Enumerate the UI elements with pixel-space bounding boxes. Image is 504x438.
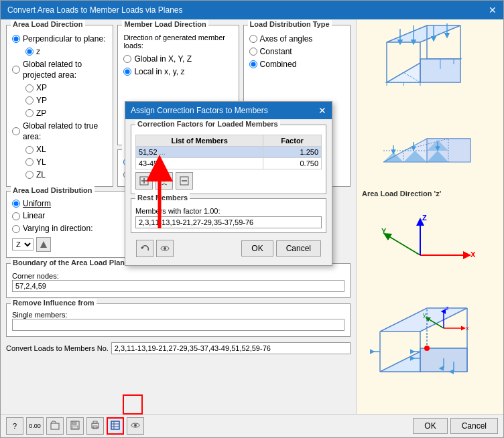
local-xyz-label: Local in x, y, z [134,66,184,78]
title-bar: Convert Area Loads to Member Loads via P… [1,1,503,19]
add-row-btn[interactable] [135,172,153,190]
number-format-btn[interactable]: 0.00 [26,417,44,435]
show-members-btn[interactable] [156,240,174,257]
correction-group: Correction Factors for Loaded Members Li… [131,125,326,194]
correction-dialog: Assign Correction Factors to Members ✕ C… [125,101,332,266]
zp-label: ZP [36,108,46,119]
varying-radio[interactable] [12,225,20,233]
dialog-ok-button[interactable]: OK [241,240,273,257]
linear-label: Linear [23,210,45,222]
area-load-direction-title: Area Load Direction [11,20,85,28]
area-load-direction-options: Perpendicular to plane: z Global related… [12,33,107,181]
print-icon [90,421,100,431]
single-members-input[interactable] [12,319,344,331]
xl-label: XL [36,144,46,155]
bottom-diagram: x y z [367,298,494,392]
z-direction-select[interactable]: Z X Y [12,238,34,250]
convert-loads-label: Convert Loads to Members No. [6,344,109,352]
help-btn[interactable]: ? [6,417,23,435]
direction-icon-btn[interactable] [36,237,51,252]
linear-radio[interactable] [12,212,20,220]
combined-label: Combined [260,59,297,70]
global-xyz-radio[interactable] [123,55,131,63]
area-load-direction-group: Area Load Direction Perpendicular to pla… [6,25,113,187]
perp-to-plane-radio[interactable] [12,35,20,43]
svg-text:X: X [470,250,476,259]
svg-rect-62 [72,426,78,429]
local-xyz-radio[interactable] [123,68,131,76]
combined-radio[interactable] [249,60,257,68]
rest-label: Members with factor 1.00: [135,207,322,215]
uniform-label: Uniform [23,198,51,210]
help-icon: ? [13,422,17,430]
z-radio-row: z [25,46,107,58]
global-proj-label: Global related to projected area: [23,59,107,82]
axes-of-angles-label: Axes of angles [260,33,313,45]
delete-row-btn[interactable] [176,172,193,190]
dialog-close-button[interactable]: ✕ [318,105,326,116]
global-true-radio[interactable] [12,127,20,135]
constant-radio[interactable] [249,48,257,56]
convert-loads-input[interactable] [111,342,351,354]
open-icon [50,421,60,431]
zp-radio[interactable] [25,109,34,117]
view-btn[interactable] [127,417,144,435]
main-cancel-button[interactable]: Cancel [450,418,498,434]
main-ok-button[interactable]: OK [413,418,447,434]
zp-row: ZP [25,108,107,119]
svg-rect-59 [51,423,59,429]
svg-rect-63 [92,423,99,428]
corner-nodes-label: Corner nodes: [12,272,344,280]
load-dist-options: Axes of angles Constant Combined [249,33,344,70]
table-icon [111,421,120,431]
xl-row: XL [25,144,107,155]
yp-label: YP [36,95,47,106]
correction-table: List of Members Factor 51,52 ... 1.250 4… [135,135,322,169]
col-factor-header: Factor [263,135,322,147]
constant-row: Constant [249,46,344,58]
rest-members-title: Rest Members [135,194,190,202]
svg-rect-32 [367,215,494,282]
convert-loads-row: Convert Loads to Members No. [6,342,351,354]
factor-cell: 0.750 [263,158,322,169]
undo-btn[interactable] [136,240,153,257]
print-btn[interactable] [86,417,104,435]
member-load-desc: Direction of generated member loads: [123,33,233,50]
zl-radio[interactable] [25,171,34,179]
boundary-group: Boundary of the Area Load Plane Corner n… [6,263,351,298]
table-btn[interactable] [107,417,124,435]
svg-text:Y: Y [381,227,387,235]
yp-radio[interactable] [25,96,34,104]
local-xyz-row: Local in x, y, z [123,66,233,78]
axis-diagram: X Y Z [367,202,494,295]
members-cell: 43-45 [136,158,263,169]
window-close-button[interactable]: ✕ [489,5,497,15]
corner-nodes-input[interactable] [12,280,344,292]
area-load-direction-label: Area Load Direction 'z' [359,188,501,199]
varying-label: Varying in direction: [23,223,93,234]
xl-radio[interactable] [25,146,34,154]
member-load-options: Global in X, Y, Z Local in x, y, z [123,54,233,78]
right-panel: Area Load Direction 'z' X Y Z [356,19,503,437]
dialog-cancel-button[interactable]: Cancel [276,240,321,257]
table-row[interactable]: 43-45 0.750 [136,158,322,169]
save-btn[interactable] [66,417,84,435]
uniform-radio[interactable] [12,200,20,208]
xp-radio[interactable] [25,84,34,92]
number-format-icon: 0.00 [29,423,41,429]
svg-text:z: z [446,305,449,311]
select-members-btn[interactable] [155,172,173,190]
global-true-label: Global related to true area: [23,121,107,143]
z-label: z [36,46,40,58]
perp-to-plane-label: Perpendicular to plane: [23,33,105,45]
svg-rect-66 [111,421,119,429]
yl-radio[interactable] [25,158,34,166]
open-btn[interactable] [46,417,64,435]
z-radio[interactable] [25,48,34,56]
middle-diagram [367,105,494,186]
axes-of-angles-radio[interactable] [249,35,257,43]
table-row[interactable]: 51,52 ... 1.250 [136,147,322,158]
rest-members-input[interactable] [135,216,322,228]
global-proj-radio[interactable] [12,66,20,74]
main-window: Convert Area Loads to Member Loads via P… [0,0,504,438]
